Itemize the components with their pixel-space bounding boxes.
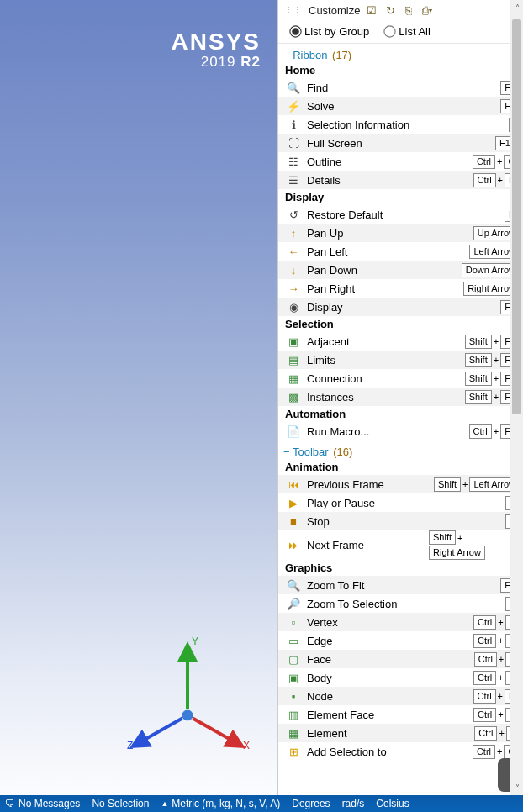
shortcut-row[interactable]: ■StopS: [278, 512, 523, 530]
shortcut-label: Zoom To Fit: [302, 578, 500, 593]
gripper-icon[interactable]: ⋮⋮: [285, 8, 302, 13]
shortcut-row[interactable]: ☰DetailsCtrl+D: [278, 171, 523, 189]
triad-origin: [182, 709, 193, 721]
list-all-radio[interactable]: List All: [384, 25, 431, 38]
shortcut-row[interactable]: ⊞Add Selection toCtrl+Q: [278, 742, 523, 761]
shortcut-label: Adjacent: [302, 335, 465, 349]
shortcut-row[interactable]: ▢FaceCtrl+F: [278, 650, 523, 668]
shortcut-row[interactable]: ▭EdgeCtrl+E: [278, 631, 523, 650]
shortcut-row[interactable]: ▣BodyCtrl+B: [278, 668, 523, 687]
collapse-icon[interactable]: −: [283, 49, 290, 61]
axis-triad[interactable]: Y X Z: [122, 631, 256, 766]
key-badge: Ctrl: [473, 155, 495, 169]
shortcut-row[interactable]: ▫VertexCtrl+P: [278, 613, 523, 631]
group-header[interactable]: − Ribbon (17): [278, 44, 523, 62]
shortcut-row[interactable]: 📄Run Macro...Ctrl+F7: [278, 422, 523, 440]
key-badge: Ctrl: [469, 424, 492, 439]
shortcut-label: Edge: [302, 634, 473, 648]
shortcut-row[interactable]: ▣AdjacentShift+F1: [278, 332, 523, 351]
shortcut-keys[interactable]: Shift+Right Arrow: [429, 530, 520, 560]
shortcut-row[interactable]: ▶Play or PauseP: [278, 493, 523, 512]
prev-frame-icon: ⏮: [285, 477, 302, 492]
refresh-icon[interactable]: ↻: [383, 3, 397, 17]
shortcut-label: Face: [302, 652, 474, 667]
section-header: Graphics: [278, 560, 523, 576]
shortcut-row[interactable]: ℹSelection InformationI: [278, 115, 523, 134]
panel-scroll-indicator[interactable]: [498, 758, 510, 792]
shortcut-row[interactable]: ▩InstancesShift+F4: [278, 388, 523, 406]
shortcut-row[interactable]: ⚡SolveF5: [278, 97, 523, 115]
export-icon[interactable]: ⎙▾: [420, 3, 434, 17]
status-temp[interactable]: Celsius: [376, 798, 409, 809]
key-badge: Shift: [434, 477, 461, 492]
shortcut-keys[interactable]: Shift+Left Arrow: [434, 477, 520, 492]
shortcut-row[interactable]: ⛶Full ScreenF11: [278, 134, 523, 152]
shortcut-label: Previous Frame: [302, 477, 434, 492]
group-header[interactable]: − Toolbar (16): [278, 440, 523, 459]
body-icon: ▣: [285, 670, 302, 685]
scroll-thumb[interactable]: [512, 19, 521, 414]
shortcut-row[interactable]: ↺Restore DefaultH: [278, 205, 523, 224]
window-scrollbar[interactable]: ˄ ˅: [510, 0, 523, 795]
checkbox-icon[interactable]: ☑: [365, 3, 378, 17]
status-selection[interactable]: No Selection: [92, 798, 149, 809]
key-badge: Ctrl: [474, 726, 497, 741]
shortcut-label: Connection: [302, 372, 465, 386]
customize-toolbar: ⋮⋮ Customize ☑ ↻ ⎘ ⎙▾: [278, 0, 523, 20]
shortcut-row[interactable]: 🔍FindF3: [278, 78, 523, 97]
shortcut-label: Zoom To Selection: [302, 597, 505, 611]
x-label: X: [243, 740, 250, 751]
shortcut-label: Run Macro...: [302, 424, 469, 439]
list-by-group-radio[interactable]: List by Group: [290, 25, 369, 38]
shortcut-row[interactable]: ▦ElementCtrl+L: [278, 724, 523, 742]
status-angle[interactable]: Degrees: [292, 798, 330, 809]
shortcut-label: Display: [302, 300, 500, 314]
scroll-down-icon[interactable]: ˅: [510, 780, 523, 795]
brand-logo: ANSYS 2019 R2: [172, 29, 261, 71]
shortcut-label: Limits: [302, 353, 465, 367]
macro-icon: 📄: [285, 424, 302, 439]
shortcut-label: Details: [302, 173, 473, 187]
customize-label[interactable]: Customize: [309, 4, 360, 17]
shortcut-row[interactable]: ⏮Previous FrameShift+Left Arrow: [278, 475, 523, 493]
import-icon[interactable]: ⎘: [402, 3, 415, 17]
shortcut-row[interactable]: ⏭Next FrameShift+Right Arrow: [278, 530, 523, 560]
shortcut-row[interactable]: ▥Element FaceCtrl+K: [278, 705, 523, 724]
shortcut-row[interactable]: ▪NodeCtrl+N: [278, 687, 523, 705]
collapse-icon[interactable]: −: [283, 446, 290, 458]
shortcut-row[interactable]: 🔍Zoom To FitF7: [278, 576, 523, 594]
shortcut-label: Pan Left: [302, 245, 469, 259]
shortcut-row[interactable]: 🔎Zoom To SelectionZ: [278, 594, 523, 613]
list-mode-row: List by Group List All: [278, 20, 523, 44]
shortcut-row[interactable]: →Pan RightRight Arrow: [278, 279, 523, 298]
caret-up-icon: ▲: [161, 799, 168, 808]
shortcut-row[interactable]: ←Pan LeftLeft Arrow: [278, 242, 523, 261]
status-angvel[interactable]: rad/s: [342, 798, 365, 809]
scroll-up-icon[interactable]: ˄: [510, 0, 523, 15]
shortcut-label: Instances: [302, 390, 465, 404]
play-icon: ▶: [285, 495, 302, 510]
shortcut-label: Selection Information: [302, 118, 509, 132]
shortcut-row[interactable]: ↑Pan UpUp Arrow: [278, 224, 523, 242]
add-sel-icon: ⊞: [285, 744, 302, 759]
shortcut-row[interactable]: ▤LimitsShift+F2: [278, 351, 523, 369]
status-units[interactable]: ▲ Metric (m, kg, N, s, V, A): [161, 798, 280, 809]
shortcut-row[interactable]: ◉DisplayF6: [278, 298, 523, 316]
shortcut-label: Vertex: [302, 615, 473, 630]
z-label: Z: [127, 740, 133, 751]
adjacent-icon: ▣: [285, 334, 302, 349]
instances-icon: ▩: [285, 389, 302, 404]
shortcut-label: Element: [302, 726, 474, 741]
shortcuts-list[interactable]: − Ribbon (17)Home🔍FindF3⚡SolveF5ℹSelecti…: [278, 44, 523, 795]
face-icon: ▢: [285, 651, 302, 667]
graphics-viewport[interactable]: ANSYS 2019 R2 Y X Z: [0, 0, 277, 795]
shortcut-row[interactable]: ▦ConnectionShift+F3: [278, 369, 523, 388]
key-badge: Ctrl: [473, 689, 496, 704]
shortcut-row[interactable]: ↓Pan DownDown Arrow: [278, 261, 523, 279]
key-badge: Shift: [465, 372, 492, 386]
shortcut-row[interactable]: ☷OutlineCtrl+O: [278, 152, 523, 171]
status-messages[interactable]: 🗨 No Messages: [5, 798, 80, 809]
z-axis: [135, 715, 188, 745]
outline-icon: ☷: [285, 154, 302, 169]
arrow-up-icon: ↑: [285, 225, 302, 240]
